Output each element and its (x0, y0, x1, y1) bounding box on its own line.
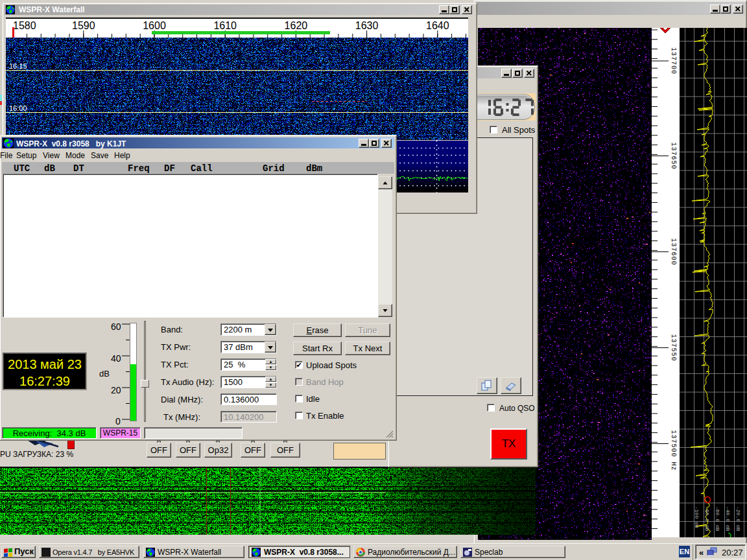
svg-text:1580: 1580 (13, 20, 36, 31)
svg-text:1610: 1610 (213, 20, 237, 31)
svg-text:1620: 1620 (285, 20, 308, 31)
svg-text:137500 Hz: 137500 Hz (670, 430, 677, 471)
svg-text:1590: 1590 (72, 20, 95, 31)
svg-text:137700: 137700 (670, 47, 677, 75)
svg-text:-40.0 dB: -40.0 dB (725, 506, 731, 531)
svg-text:1630: 1630 (355, 20, 379, 31)
svg-text:137600: 137600 (670, 239, 677, 266)
svg-text:-20.0 dB: -20.0 dB (735, 506, 741, 531)
svg-text:1600: 1600 (143, 20, 166, 31)
svg-text:137650: 137650 (670, 143, 677, 170)
svg-text:1640: 1640 (426, 20, 449, 31)
svg-text:-60.0 dB: -60.0 dB (715, 506, 720, 531)
svg-text:137550: 137550 (670, 334, 677, 362)
svg-text:-100 dB: -100 dB (694, 506, 700, 528)
svg-text:-80.0 dB: -80.0 dB (704, 506, 710, 531)
